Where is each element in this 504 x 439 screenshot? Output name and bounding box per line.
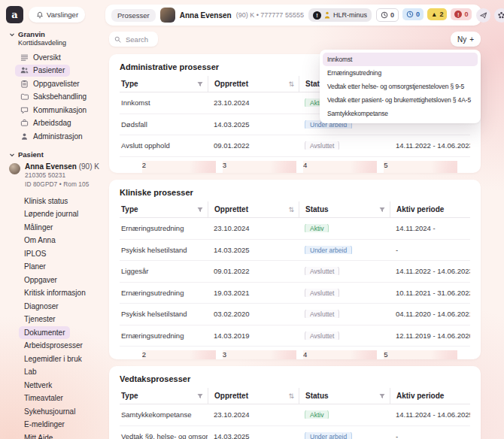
- sidebar-item-oppgavelister[interactable]: Oppgavelister: [15, 77, 85, 90]
- column-header-status[interactable]: Status: [299, 201, 390, 217]
- sidebar-item-administrasjon[interactable]: Administrasjon: [15, 130, 88, 143]
- page-button-2[interactable]: 2: [142, 161, 216, 174]
- page-button-4[interactable]: 4: [303, 161, 377, 174]
- sidebar-item-label: Dokumenter: [24, 328, 65, 337]
- sidebar-item-kritisk-informasjon[interactable]: Kritisk informasjon: [19, 286, 91, 300]
- new-process-label: Ny: [457, 35, 466, 44]
- search-input[interactable]: [124, 35, 153, 44]
- patient-section-label: Pasient: [18, 150, 44, 159]
- sidebar-item-sykehusjournal[interactable]: Sykehusjournal: [19, 405, 80, 419]
- menu-item-innkomst[interactable]: Innkomst: [323, 53, 478, 66]
- cell-opprettet: 14.03.2025: [208, 246, 299, 254]
- sidebar-item-l-pende-journal[interactable]: Løpende journal: [19, 207, 83, 221]
- sidebar-item-dokumenter[interactable]: Dokumenter: [19, 326, 70, 340]
- status-badge: Avsluttet: [305, 289, 339, 297]
- column-header-opprettet[interactable]: Opprettet⇅: [208, 388, 299, 404]
- cell-aktiv-periode: 14.11.2024 - 14.06.2025: [390, 410, 470, 419]
- new-process-button[interactable]: Ny +: [451, 32, 481, 47]
- filter-icon[interactable]: [379, 207, 385, 213]
- column-header-opprettet[interactable]: Opprettet⇅: [208, 201, 299, 217]
- breadcrumb[interactable]: Prosesser: [111, 9, 156, 22]
- sidebar-item-lab[interactable]: Lab: [19, 365, 42, 379]
- sidebar-item-arbeidsdag[interactable]: Arbeidsdag: [15, 117, 77, 130]
- clock-icon: [381, 11, 388, 19]
- menu-item-ern-ringsutredning[interactable]: Ernæringsutredning: [323, 66, 478, 80]
- cell-status: Avsluttet: [299, 267, 390, 275]
- sort-icon[interactable]: ⇅: [288, 80, 294, 88]
- page-button-2[interactable]: 2: [142, 350, 216, 359]
- table-row[interactable]: Avslutt opphold09.01.2022Avsluttet14.11.…: [120, 135, 470, 157]
- sidebar-item-pasienter[interactable]: Pasienter: [15, 65, 70, 77]
- page-button-3[interactable]: 3: [223, 161, 296, 174]
- sidebar-item-label: Kommunikasjon: [33, 106, 87, 114]
- table-row[interactable]: Vedtak §9, helse- og omsor...14.03.2025U…: [120, 426, 470, 439]
- counter-info[interactable]: 0: [402, 8, 424, 20]
- column-header-type[interactable]: Type: [120, 76, 208, 92]
- sidebar-item-saksbehandling[interactable]: Saksbehandling: [15, 91, 92, 104]
- table-row[interactable]: Ernæringsutredning23.10.2024Aktiv14.11.2…: [120, 218, 470, 240]
- cell-type: Avslutt opphold: [120, 141, 208, 150]
- sidebar-item-om-anna[interactable]: Om Anna: [19, 234, 61, 247]
- sidebar-item-tjenester[interactable]: Tjenester: [19, 313, 61, 326]
- flower-button[interactable]: [494, 8, 504, 23]
- column-header-type[interactable]: Type: [120, 201, 208, 217]
- column-label: Type: [121, 205, 138, 213]
- critical-info-badge[interactable]: ! HLR-minus: [308, 8, 372, 22]
- sidebar-item-nettverk[interactable]: Nettverk: [19, 379, 57, 392]
- sidebar-item-arbeidsprosesser[interactable]: Arbeidsprosesser: [19, 339, 88, 353]
- filter-icon[interactable]: [197, 393, 203, 399]
- table-row[interactable]: Psykisk helsetilstand03.02.2020Avsluttet…: [120, 304, 470, 325]
- sidebar-item-planer[interactable]: Planer: [19, 260, 51, 274]
- sidebar-item-legemidler-i-bruk[interactable]: Legemidler i bruk: [19, 353, 87, 366]
- workspace-switcher[interactable]: Granvin Korttidsavdeling: [9, 30, 107, 47]
- notifications-button[interactable]: Varslinger: [29, 7, 85, 23]
- menu-item-vedtak-etter-pasient-og-brukerrettighetsloven-4a-5[interactable]: Vedtak etter pasient- og brukerrettighet…: [323, 93, 478, 107]
- sidebar-item-timeavtaler[interactable]: Timeavtaler: [19, 392, 68, 405]
- topbar-patient-avatar[interactable]: [160, 8, 175, 23]
- sidebar-item-mitt-aide[interactable]: Mitt Aide: [19, 431, 58, 439]
- sidebar-item-m-linger[interactable]: Målinger: [19, 221, 58, 235]
- column-header-aktiv-periode[interactable]: Aktiv periode: [390, 201, 470, 217]
- table-row[interactable]: Ernæringsutredning14.03.2019Avsluttet12.…: [120, 325, 470, 347]
- page-button-5[interactable]: 5: [384, 350, 457, 359]
- counter-warning[interactable]: ▲2: [427, 8, 447, 20]
- filter-icon[interactable]: [197, 207, 203, 213]
- sidebar-item-label: Planer: [24, 262, 46, 271]
- search-box[interactable]: [109, 32, 158, 47]
- column-header-status[interactable]: Status: [299, 388, 390, 404]
- patient-card[interactable]: Anna Evensen (90) K 210305 50231 ID 80GP…: [9, 162, 107, 188]
- menu-item-vedtak-etter-helse-og-omsorgstjenesteloven-9-5[interactable]: Vedtak etter helse- og omsorgstjenestelo…: [323, 80, 478, 93]
- sidebar-item-kommunikasjon[interactable]: Kommunikasjon: [15, 104, 92, 117]
- sidebar-item-oversikt[interactable]: Oversikt: [15, 51, 66, 64]
- filter-icon[interactable]: [197, 81, 203, 87]
- send-button[interactable]: [476, 8, 490, 23]
- counter-danger[interactable]: !0: [451, 8, 472, 20]
- sidebar-item-label: Løpende journal: [24, 210, 78, 218]
- filter-icon[interactable]: [379, 393, 385, 399]
- status-badge: Avsluttet: [305, 267, 339, 275]
- page-button-4[interactable]: 4: [303, 350, 377, 359]
- table-row[interactable]: Ernæringsutredning19.03.2021Avsluttet10.…: [120, 283, 470, 304]
- sort-icon[interactable]: ⇅: [288, 392, 294, 400]
- sidebar-item-oppgaver[interactable]: Oppgaver: [19, 274, 62, 287]
- sort-icon[interactable]: ⇅: [288, 206, 294, 213]
- patient-section-header[interactable]: Pasient: [9, 150, 107, 159]
- table-row[interactable]: Samtykkekompetanse23.10.2024Aktiv14.11.2…: [120, 404, 470, 426]
- column-header-opprettet[interactable]: Opprettet⇅: [208, 76, 299, 92]
- column-header-type[interactable]: Type: [120, 388, 208, 404]
- counter-neutral[interactable]: 0: [376, 8, 399, 22]
- sidebar-item-e-meldinger[interactable]: E-meldinger: [19, 418, 70, 431]
- sidebar-item-klinisk-status[interactable]: Klinisk status: [19, 195, 73, 208]
- cell-status: Aktiv: [299, 224, 390, 232]
- app-logo[interactable]: a: [6, 6, 23, 23]
- table-row[interactable]: Liggesår09.01.2022Avsluttet14.11.2022 - …: [120, 261, 470, 283]
- page-button-5[interactable]: 5: [384, 161, 457, 174]
- column-header-aktiv-periode[interactable]: Aktiv periode: [390, 388, 470, 404]
- page-button-3[interactable]: 3: [223, 350, 296, 359]
- menu-item-samtykkekompetanse[interactable]: Samtykkekompetanse: [323, 107, 478, 120]
- sidebar-item-label: Pasienter: [33, 66, 65, 74]
- sidebar-item-iplos[interactable]: IPLOS: [19, 247, 51, 261]
- table-row[interactable]: Psykisk helsetilstand14.03.2025Under arb…: [120, 240, 470, 262]
- cell-type: Psykisk helsetilstand: [120, 310, 208, 318]
- sidebar-item-diagnoser[interactable]: Diagnoser: [19, 300, 64, 313]
